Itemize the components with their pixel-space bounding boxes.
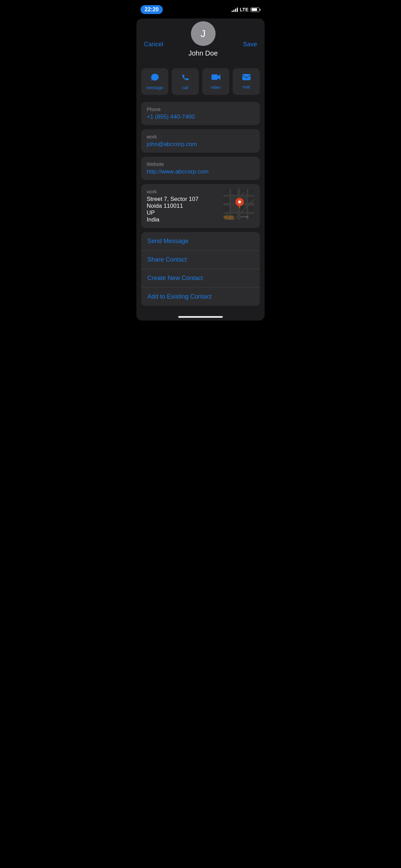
create-new-contact-button[interactable]: Create New Contact — [141, 269, 260, 288]
svg-rect-0 — [211, 74, 218, 80]
contact-card: Cancel J John Doe Save message call — [136, 19, 265, 321]
address-content: work Street 7, Sector 107 Noida 110011 U… — [147, 189, 219, 223]
mail-button[interactable]: mail — [233, 68, 260, 95]
email-section[interactable]: work john@abccorp.com — [141, 129, 260, 153]
call-icon — [181, 73, 190, 83]
call-label: call — [182, 85, 188, 90]
phone-section[interactable]: Phone +1 (855) 440-7400 — [141, 102, 260, 125]
call-button[interactable]: call — [172, 68, 199, 95]
map-thumbnail[interactable]: ALPHA — [223, 189, 254, 220]
contact-name: John Doe — [189, 49, 218, 57]
svg-point-16 — [238, 201, 241, 203]
address-line4: India — [147, 216, 219, 223]
message-label: message — [146, 85, 163, 90]
home-bar — [178, 316, 223, 318]
battery — [251, 8, 260, 12]
lte-label: LTE — [240, 7, 248, 12]
home-indicator — [136, 313, 265, 321]
avatar: J — [191, 21, 216, 46]
svg-rect-18 — [223, 216, 234, 220]
address-section[interactable]: work Street 7, Sector 107 Noida 110011 U… — [141, 184, 260, 228]
address-line1: Street 7, Sector 107 — [147, 196, 219, 203]
signal-bars — [232, 7, 238, 12]
video-label: video — [211, 85, 221, 90]
video-button[interactable]: video — [202, 68, 229, 95]
svg-rect-1 — [242, 74, 251, 80]
email-label: work — [147, 134, 254, 140]
send-message-button[interactable]: Send Message — [141, 232, 260, 251]
svg-rect-13 — [231, 205, 238, 212]
avatar-section: J John Doe — [189, 21, 218, 64]
website-section[interactable]: Website http://www.abccorp.com — [141, 157, 260, 180]
share-contact-button[interactable]: Share Contact — [141, 251, 260, 269]
website-label: Website — [147, 161, 254, 167]
address-line3: UP — [147, 209, 219, 216]
mail-label: mail — [242, 85, 250, 89]
contact-header: Cancel J John Doe Save — [136, 19, 265, 68]
video-icon — [211, 73, 221, 83]
map-svg: ALPHA — [223, 189, 254, 220]
add-to-existing-button[interactable]: Add to Existing Contact — [141, 288, 260, 306]
status-time: 22:20 — [141, 5, 163, 14]
message-button[interactable]: message — [141, 68, 168, 95]
address-label: work — [147, 189, 219, 194]
save-button[interactable]: Save — [243, 41, 257, 48]
status-bar: 22:20 LTE — [134, 0, 267, 17]
address-line2: Noida 110011 — [147, 203, 219, 209]
status-right: LTE — [232, 7, 260, 12]
email-value[interactable]: john@abccorp.com — [147, 141, 254, 148]
svg-text:ALPHA: ALPHA — [241, 216, 248, 218]
phone-value[interactable]: +1 (855) 440-7400 — [147, 113, 254, 120]
action-buttons-row: message call video — [136, 68, 265, 102]
phone-label: Phone — [147, 107, 254, 112]
website-value[interactable]: http://www.abccorp.com — [147, 168, 254, 175]
message-icon — [150, 73, 159, 83]
cancel-button[interactable]: Cancel — [144, 41, 163, 48]
actions-list: Send Message Share Contact Create New Co… — [141, 232, 260, 306]
mail-icon — [242, 74, 251, 83]
